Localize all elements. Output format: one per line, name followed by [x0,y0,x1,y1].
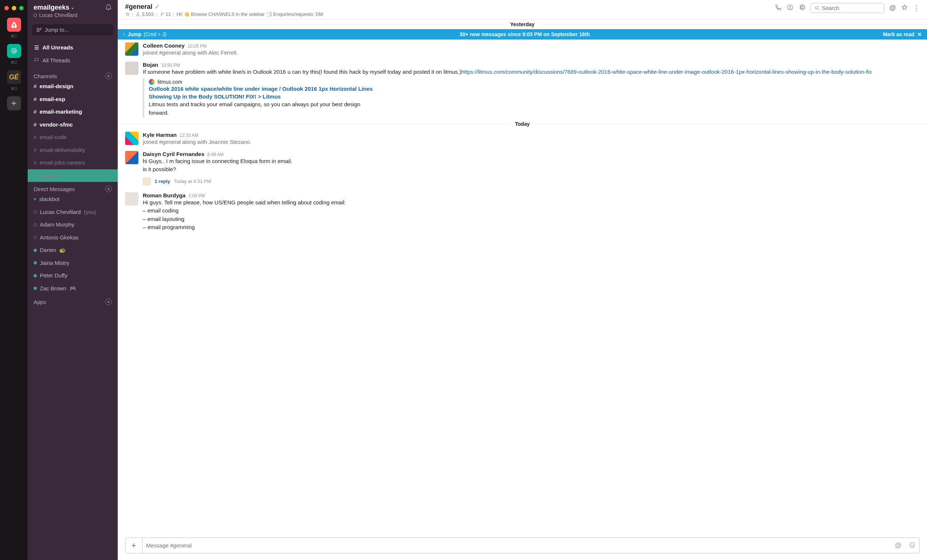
header-actions: @ ⋮ [775,3,919,13]
call-button[interactable] [775,4,782,12]
message[interactable]: Kyle Harman 12:33 AM joined #general alo… [118,129,927,148]
message[interactable]: Colleen Cooney 10:25 PM joined #general … [118,39,927,59]
starred-items-button[interactable] [901,4,908,12]
close-window-icon[interactable] [5,6,9,10]
channel-item-label: email-esp [40,94,65,105]
star-icon [901,4,908,11]
composer-area: + @ [118,537,927,560]
channel-item-email-code[interactable]: #email-code [28,131,118,144]
channel-item-label: email-code [40,132,67,143]
presence-online-icon [33,287,37,290]
jump-to-unread-button[interactable]: ↑ Jump (Cmd + J) [123,31,166,37]
channel-item-email-jobs-careers[interactable]: #email-jobs-careers [28,156,118,169]
new-dm-button[interactable]: + [105,185,112,192]
avatar[interactable] [125,62,138,75]
dm-heading-label: Direct Messages [33,186,75,192]
close-icon[interactable]: ✕ [917,31,922,37]
dm-item[interactable]: Adam Murphy [28,219,118,231]
add-app-button[interactable]: + [105,299,112,305]
hash-icon: # [33,94,36,105]
add-channel-button[interactable]: + [105,73,112,79]
presence-offline-icon [33,210,37,214]
channel-title[interactable]: #general [125,3,323,11]
message-link[interactable]: https://litmus.com/community/discussions… [461,68,872,75]
pins-count: 11 [166,11,171,17]
workspace-menu-button[interactable]: emailgeeks ⌄ [33,4,74,11]
thread-reply-count[interactable]: 1 reply [155,179,170,184]
workspace-switch-3[interactable]: GÉ [7,70,21,84]
add-workspace-button[interactable]: + [7,96,21,110]
more-actions-button[interactable]: ⋮ [913,4,919,12]
avatar[interactable] [125,151,138,164]
jump-to-label: Jump to... [45,27,69,33]
search-input[interactable] [822,5,880,11]
star-channel-button[interactable] [125,11,130,17]
mark-as-read-button[interactable]: Mark as read ✕ [883,31,922,37]
edit-topic-icon[interactable] [155,4,160,10]
message-list[interactable]: Yesterday ↑ Jump (Cmd + J) 30+ new messa… [118,20,927,537]
channel-info-button[interactable] [787,4,793,12]
hash-icon: # [33,81,36,92]
notifications-button[interactable] [105,4,112,11]
minimize-window-icon[interactable] [12,6,16,10]
search-icon [815,5,820,11]
message-input[interactable] [143,538,891,553]
current-user[interactable]: Lucas Chevillard [33,11,112,18]
message[interactable]: Bojan 10:50 PM If someone have problem w… [118,59,927,120]
channel-topic[interactable]: Hi! 👋 Browse CHANNELS in the sidebar 📑 E… [176,11,323,17]
search-box[interactable] [810,3,884,13]
dm-item[interactable]: Peter Duffy [28,269,118,282]
svg-point-2 [910,542,915,548]
emoji-button[interactable] [905,542,919,549]
members-button[interactable]: 3,503 [135,11,153,17]
message-sender[interactable]: Roman Burdyga [143,192,185,199]
workspace-switch-2[interactable] [7,44,21,58]
channel-item-email-design[interactable]: #email-design [28,80,118,93]
channel-header: #general | 3,503 | 11 | [118,0,927,20]
litmus-favicon-icon [149,79,155,85]
message-time: 10:50 PM [161,63,180,68]
dm-item[interactable]: Lucas Chevillard (you) [28,206,118,219]
channel-item-vendor-sfmc[interactable]: #vendor-sfmc [28,118,118,131]
maximize-window-icon[interactable] [19,6,24,10]
dm-item[interactable]: ♥slackbot [28,193,118,206]
message[interactable]: Daisyn Cyril Fernandes 8:49 AM hi Guys..… [118,148,927,175]
channel-item-general[interactable]: #general [28,169,118,182]
message-sender[interactable]: Kyle Harman [143,132,177,138]
preview-title[interactable]: Outlook 2016 white space/white line unde… [149,85,379,100]
channel-item-email-deliverability[interactable]: #email-deliverability [28,144,118,157]
channel-settings-button[interactable] [799,4,805,12]
message-sender[interactable]: Colleen Cooney [143,42,184,49]
channels-list: #email-design#email-esp#email-marketing#… [28,80,118,182]
avatar[interactable] [125,132,138,145]
mentions-button[interactable]: @ [889,4,896,12]
message-sender[interactable]: Daisyn Cyril Fernandes [143,151,204,157]
mark-read-label: Mark as read [883,31,915,37]
avatar[interactable] [125,42,138,56]
thread-summary[interactable]: 1 reply Today at 4:31 PM [118,175,927,189]
attach-button[interactable]: + [126,538,143,553]
message[interactable]: Roman Burdyga 1:00 PM Hi guys. Tell me p… [118,189,927,233]
channel-item-label: vendor-sfmc [40,120,73,130]
mention-button[interactable]: @ [891,542,905,549]
jump-to-button[interactable]: Jump to... [32,24,113,35]
all-unreads-link[interactable]: ☰ All Unreads [28,41,118,54]
message-sender[interactable]: Bojan [143,62,158,68]
date-divider-yesterday: Yesterday [118,21,927,28]
dm-item[interactable]: Darien 🐢 [28,244,118,257]
channel-item-label: general [40,170,58,181]
avatar[interactable] [125,192,138,205]
channel-item-label: email-marketing [40,106,82,117]
channel-item-email-esp[interactable]: #email-esp [28,93,118,106]
svg-point-1 [815,6,818,9]
workspace-switch-1[interactable] [7,18,21,32]
link-preview: litmus.com Outlook 2016 white space/whit… [143,78,379,118]
dm-item[interactable]: Jaina Mistry [28,257,118,270]
channel-item-email-marketing[interactable]: #email-marketing [28,106,118,118]
dm-item[interactable]: Zac Brown 🎮 [28,282,118,295]
dm-item[interactable]: Antonis Gkekas [28,231,118,244]
pins-button[interactable]: 11 [160,11,171,17]
preview-description: Litmus tests and tracks your email campa… [149,100,379,117]
all-threads-link[interactable]: All Threads [28,54,118,67]
presence-online-icon [33,261,37,264]
